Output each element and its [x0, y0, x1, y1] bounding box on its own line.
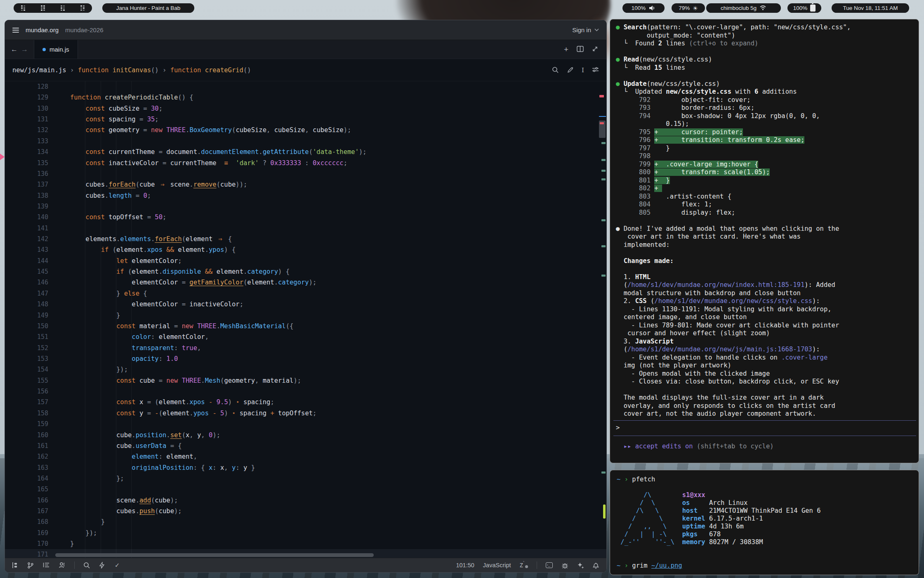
line-number: 148 — [5, 299, 48, 310]
speaker-icon — [648, 5, 655, 12]
brightness-indicator[interactable]: 79% ☀ — [672, 3, 705, 13]
breadcrumb[interactable]: new/js/main.js › function initCanvas() ›… — [5, 59, 606, 81]
project-name[interactable]: mundae.org — [26, 26, 59, 33]
volume-indicator[interactable]: 100% — [622, 3, 665, 13]
line-number: 146 — [5, 277, 48, 288]
line-number: 170 — [5, 538, 48, 549]
claude-input[interactable]: > — [610, 421, 919, 436]
line-number: 130 — [5, 103, 48, 114]
clock[interactable]: Tue Nov 18, 11:51 AM — [832, 3, 909, 13]
terminal-line: / | | -\ pkgs 678 — [617, 531, 919, 538]
ai-sparkle-icon[interactable] — [577, 562, 584, 569]
tab-label: main.js — [50, 46, 69, 53]
terminal-line: ● Search(pattern: "\.cover-large", path:… — [616, 24, 919, 32]
scrollbar-mark-teal — [601, 159, 606, 161]
network-name: chimboclub 5g — [721, 5, 757, 11]
horizontal-scrollbar[interactable] — [55, 553, 374, 557]
bell-icon[interactable] — [593, 562, 600, 569]
terminal-line: /\ s1@xxx — [617, 491, 919, 499]
terminal-line: cover art, not the audio player componen… — [616, 410, 919, 418]
line-number: 153 — [5, 353, 48, 364]
claude-terminal-window[interactable]: ● Search(pattern: "\.cover-large", path:… — [610, 19, 919, 463]
search-icon[interactable] — [83, 562, 90, 569]
outline-icon[interactable] — [43, 562, 50, 569]
line-number: 156 — [5, 386, 48, 397]
sign-in-button[interactable]: Sign in — [572, 26, 599, 33]
line-number: 133 — [5, 136, 48, 147]
terminal-line: 803 .artist-content { — [616, 193, 919, 201]
claude-transcript: ● Search(pattern: "\.cover-large", path:… — [610, 19, 919, 418]
terminal-line: 1. HTML — [616, 273, 919, 282]
language-indicator[interactable]: JavaScript — [483, 562, 511, 569]
zap-icon[interactable] — [99, 562, 106, 569]
terminal-line: 795 + cursor: pointer; — [616, 128, 919, 137]
branch-name[interactable]: mundae-2026 — [65, 26, 104, 33]
terminal-line — [616, 249, 919, 257]
line-number: 165 — [5, 484, 48, 495]
terminal-line: - Closes via: close button, backdrop cli… — [616, 378, 919, 386]
line-number: 168 — [5, 516, 48, 527]
text-cursor-icon[interactable]: I — [582, 66, 584, 74]
terminal-panel-icon[interactable]: ›_ — [546, 562, 553, 568]
workspace-cluster[interactable] — [61, 5, 65, 11]
terminal-line: (/home/s1/dev/mundae.org/new/js/main.js:… — [616, 346, 919, 354]
workspace-indicator[interactable] — [14, 3, 92, 13]
expand-icon[interactable] — [592, 46, 599, 53]
editor-titlebar: mundae.org mundae-2026 Sign in — [5, 20, 606, 40]
line-number: 135 — [5, 158, 48, 168]
line-number: 151 — [5, 332, 48, 342]
new-tab-button[interactable]: + — [564, 45, 568, 54]
terminal-line: /\ \ host 21M4CTO1WW ThinkPad E14 Gen 6 — [617, 507, 919, 515]
now-playing[interactable]: Jana Hunter - Paint a Bab — [102, 3, 194, 13]
line-number: 144 — [5, 256, 48, 266]
terminal-line: / ,, \ uptime 4d 13h 6m — [617, 523, 919, 531]
scrollbar-mark-green — [603, 505, 606, 519]
terminal-line: output_mode: "content") — [616, 32, 919, 40]
diagnostics-check-icon[interactable]: ✓ — [115, 562, 120, 569]
git-branch-icon[interactable] — [27, 562, 34, 569]
nav-forward-button[interactable]: → — [21, 45, 28, 54]
edit-prediction-icon[interactable]: Z` — [520, 562, 528, 569]
settings-sliders-icon[interactable] — [592, 66, 599, 73]
terminal-line: - Event delegation to handle clicks on .… — [616, 354, 919, 362]
collaboration-icon[interactable] — [59, 562, 66, 569]
terminal-line — [616, 265, 919, 273]
workspace-cluster[interactable] — [41, 5, 45, 11]
tab-main-js[interactable]: main.js — [34, 40, 78, 59]
line-number: 150 — [5, 321, 48, 332]
scrollbar-mark-teal — [601, 170, 606, 172]
terminal-line: cursor and hover effect (slight zoom) — [616, 329, 919, 338]
workspace-cluster[interactable] — [80, 5, 85, 11]
line-number: 134 — [5, 147, 48, 157]
terminal-line: 794 box-shadow: 0 4px 12px rgba(0, 0, 0, — [616, 112, 919, 121]
line-number: 140 — [5, 212, 48, 223]
project-panel-icon[interactable] — [12, 562, 19, 569]
network-indicator[interactable]: chimboclub 5g — [706, 3, 781, 13]
system-terminal-window[interactable]: ~ › pfetch /\ s1@xxx / \ os Arch Linux /… — [610, 470, 919, 575]
code-editor[interactable]: 128129function createPeriodicTable() {13… — [5, 81, 606, 558]
cursor-position[interactable]: 101:50 — [456, 562, 474, 569]
battery-icon — [810, 5, 816, 12]
terminal-line: cover art in the artist card. Here's wha… — [616, 233, 919, 241]
line-number: 163 — [5, 462, 48, 473]
terminal-line: └ Found 2 lines (ctrl+o to expand) — [616, 40, 919, 48]
menu-icon[interactable] — [12, 28, 19, 33]
debug-icon[interactable] — [561, 562, 568, 569]
terminal-line: 802 + — [616, 185, 919, 193]
indent-guides — [70, 81, 133, 558]
nav-back-button[interactable]: ← — [11, 45, 18, 54]
edit-icon[interactable] — [567, 66, 574, 73]
terminal-line: ● Read(new/css/style.css) — [616, 56, 919, 64]
battery-indicator[interactable]: 100% — [787, 3, 821, 13]
terminal-line: ~ › grim ~/uu.png — [617, 562, 919, 570]
accept-edits-mode[interactable]: ▸▸ accept edits on (shift+tab to cycle) — [610, 436, 919, 463]
tab-bar: ← → main.js + — [5, 40, 606, 59]
search-icon[interactable] — [552, 66, 559, 73]
terminal-line: Changes made: — [616, 257, 919, 265]
split-pane-icon[interactable] — [577, 46, 584, 53]
chevron-down-icon — [594, 28, 599, 31]
editor-scrollbar[interactable] — [599, 81, 606, 558]
terminal-line: └ Updated new/css/style.css with 6 addit… — [616, 88, 919, 96]
terminal-line: 800 + transform: scale(1.05); — [616, 168, 919, 177]
workspace-cluster[interactable] — [21, 5, 25, 11]
